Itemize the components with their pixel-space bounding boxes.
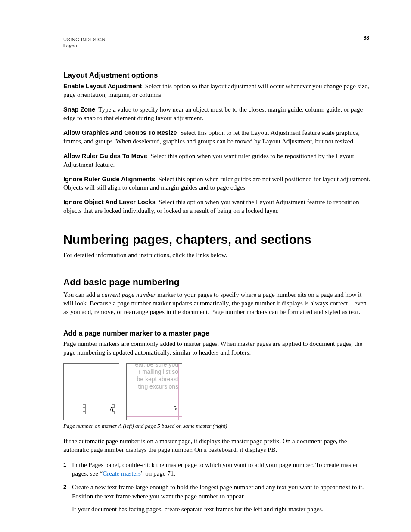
figure-left-panel: A xyxy=(63,363,119,420)
header-chapter: Layout xyxy=(63,43,106,49)
intro-em: current page number xyxy=(101,291,156,298)
option-term: Allow Graphics And Groups To Resize xyxy=(63,129,177,136)
figure-text-line: r mailing list so xyxy=(138,368,178,375)
page-content: USING INDESIGN Layout 88 Layout Adjustme… xyxy=(0,0,411,532)
heading-add-basic-page-numbering: Add basic page numbering xyxy=(63,277,372,287)
figure-caption: Page number on master A (left) and page … xyxy=(63,423,372,429)
steps-list: In the Pages panel, double-click the mas… xyxy=(63,460,372,513)
step-2-sub: If your document has facing pages, creat… xyxy=(72,505,372,513)
heading-numbering-pages: Numbering pages, chapters, and sections xyxy=(63,233,372,247)
option-allow-graphics-resize: Allow Graphics And Groups To Resize Sele… xyxy=(63,129,372,146)
marker-intro: Page number markers are commonly added t… xyxy=(63,340,372,357)
master-prefix-note: If the automatic page number is on a mas… xyxy=(63,437,372,454)
figure-master-page-number: A ear, be sure you r mailing list so be … xyxy=(63,363,372,420)
option-snap-zone: Snap Zone Type a value to specify how ne… xyxy=(63,106,372,123)
basic-page-numbering-intro: You can add a current page number marker… xyxy=(63,291,372,317)
header-left: USING INDESIGN Layout xyxy=(63,37,106,49)
header-product: USING INDESIGN xyxy=(63,37,106,43)
option-term: Ignore Ruler Guide Alignments xyxy=(63,176,155,183)
intro-pre: You can add a xyxy=(63,291,101,298)
option-ignore-object-layer-locks: Ignore Object And Layer Locks Select thi… xyxy=(63,198,372,215)
step-2-text: Create a new text frame large enough to … xyxy=(72,484,364,499)
running-header: USING INDESIGN Layout 88 xyxy=(63,37,372,50)
numbering-intro: For detailed information and instruction… xyxy=(63,251,372,260)
step-1: In the Pages panel, double-click the mas… xyxy=(63,460,372,478)
step-2: Create a new text frame large enough to … xyxy=(63,483,372,513)
option-ignore-ruler-guide-alignments: Ignore Ruler Guide Alignments Select thi… xyxy=(63,175,372,193)
figure-text-line: ear, be sure you xyxy=(135,363,178,368)
option-term: Snap Zone xyxy=(63,106,95,113)
option-allow-ruler-guides-move: Allow Ruler Guides To Move Select this o… xyxy=(63,152,372,169)
figure-text-line: ting excursions xyxy=(138,383,178,390)
heading-layout-adjustment-options: Layout Adjustment options xyxy=(63,71,372,80)
step-1-post: ” on page 71. xyxy=(141,470,175,477)
figure-right-panel: ear, be sure you r mailing list so be ke… xyxy=(126,363,182,420)
option-term: Ignore Object And Layer Locks xyxy=(63,199,156,205)
figure-page-number: 5 xyxy=(174,405,177,412)
link-create-masters[interactable]: Create masters xyxy=(103,470,141,477)
figure-text-line: be kept abreast xyxy=(137,376,178,383)
option-enable-layout-adjustment: Enable Layout Adjustment Select this opt… xyxy=(63,82,372,100)
option-term: Enable Layout Adjustment xyxy=(63,83,142,90)
figure-master-marker: A xyxy=(109,406,114,413)
heading-add-page-number-marker: Add a page number marker to a master pag… xyxy=(63,330,372,337)
page-number: 88 xyxy=(364,35,372,49)
option-desc: Type a value to specify how near an obje… xyxy=(63,106,363,121)
option-term: Allow Ruler Guides To Move xyxy=(63,152,147,159)
